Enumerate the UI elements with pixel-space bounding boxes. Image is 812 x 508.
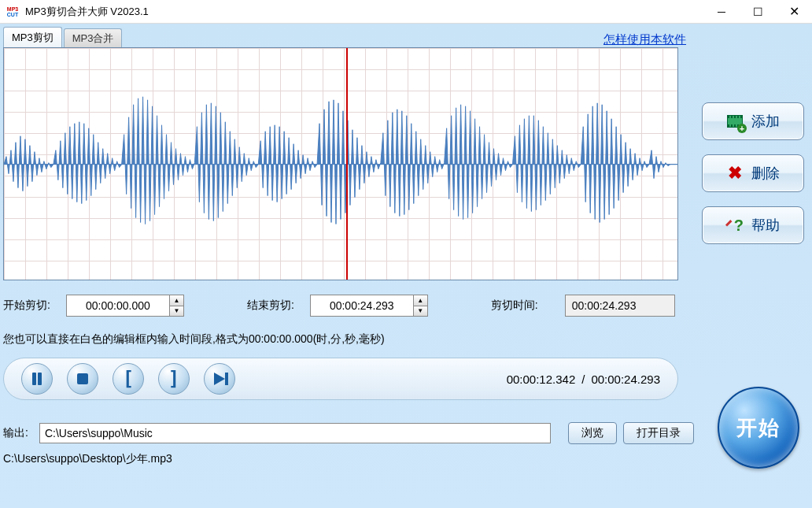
output-label: 输出: bbox=[3, 426, 28, 440]
browse-button[interactable]: 浏览 bbox=[568, 422, 617, 444]
help-button-label: 帮助 bbox=[751, 216, 780, 235]
delete-button[interactable]: ✖ 删除 bbox=[702, 154, 804, 192]
output-path-input[interactable] bbox=[39, 423, 551, 443]
window-title: MP3剪切合并大师 V2023.1 bbox=[25, 5, 703, 19]
stop-button[interactable] bbox=[67, 363, 98, 395]
client-area: MP3剪切 MP3合并 怎样使用本软件 开始剪切: ▲ ▼ bbox=[0, 24, 812, 508]
start-time-label: 开始剪切: bbox=[3, 298, 50, 313]
add-icon: + bbox=[726, 113, 744, 130]
play-button[interactable] bbox=[204, 363, 235, 395]
end-time-input[interactable] bbox=[310, 295, 414, 317]
mark-end-button[interactable]: ] bbox=[158, 363, 190, 395]
delete-icon: ✖ bbox=[726, 165, 744, 182]
player-bar: [ ] 00:00:12.342 / 00:00:24.293 bbox=[3, 358, 678, 400]
duration-display: 00:00:24.293 bbox=[565, 295, 675, 317]
maximize-button[interactable]: ☐ bbox=[740, 0, 776, 24]
app-logo-icon: MP3 CUT bbox=[5, 4, 20, 20]
help-icon: ? bbox=[726, 217, 744, 234]
format-hint: 您也可以直接在白色的编辑框内输入时间段,格式为00:00:00.000(时,分,… bbox=[3, 332, 694, 347]
playhead-cursor[interactable] bbox=[346, 48, 348, 280]
how-to-use-link[interactable]: 怎样使用本软件 bbox=[603, 32, 694, 47]
output-row: 输出: 浏览 打开目录 bbox=[3, 422, 694, 444]
source-file-path: C:\Users\suppo\Desktop\少年.mp3 bbox=[3, 452, 694, 466]
delete-button-label: 删除 bbox=[751, 164, 780, 183]
help-button[interactable]: ? 帮助 bbox=[702, 206, 804, 244]
tab-merge[interactable]: MP3合并 bbox=[64, 28, 123, 47]
end-time-down[interactable]: ▼ bbox=[414, 306, 427, 317]
titlebar: MP3 CUT MP3剪切合并大师 V2023.1 ─ ☐ ✕ bbox=[0, 0, 812, 24]
time-separator: / bbox=[581, 373, 585, 386]
waveform-display[interactable] bbox=[3, 47, 678, 280]
start-time-down[interactable]: ▼ bbox=[170, 306, 183, 317]
add-button-label: 添加 bbox=[751, 112, 780, 131]
waveform-svg bbox=[4, 48, 677, 280]
mark-start-button[interactable]: [ bbox=[113, 363, 144, 395]
add-button[interactable]: + 添加 bbox=[702, 102, 804, 140]
open-dir-button[interactable]: 打开目录 bbox=[623, 422, 694, 444]
close-button[interactable]: ✕ bbox=[776, 0, 812, 24]
start-button[interactable]: 开始 bbox=[718, 387, 799, 469]
start-time-up[interactable]: ▲ bbox=[170, 295, 183, 306]
duration-label: 剪切时间: bbox=[491, 298, 538, 313]
play-position: 00:00:12.342 bbox=[507, 373, 576, 386]
start-time-input[interactable] bbox=[66, 295, 170, 317]
end-time-up[interactable]: ▲ bbox=[414, 295, 427, 306]
tab-cut[interactable]: MP3剪切 bbox=[3, 27, 62, 47]
pause-button[interactable] bbox=[21, 363, 53, 395]
time-controls-row: 开始剪切: ▲ ▼ 结束剪切: ▲ ▼ 剪切时间: 00:00:24.293 bbox=[3, 295, 694, 317]
tab-row: MP3剪切 MP3合并 怎样使用本软件 bbox=[3, 27, 694, 47]
side-buttons: + 添加 ✖ 删除 ? 帮助 bbox=[702, 102, 804, 244]
minimize-button[interactable]: ─ bbox=[703, 0, 740, 24]
play-total: 00:00:24.293 bbox=[591, 373, 660, 386]
end-time-label: 结束剪切: bbox=[247, 298, 294, 313]
